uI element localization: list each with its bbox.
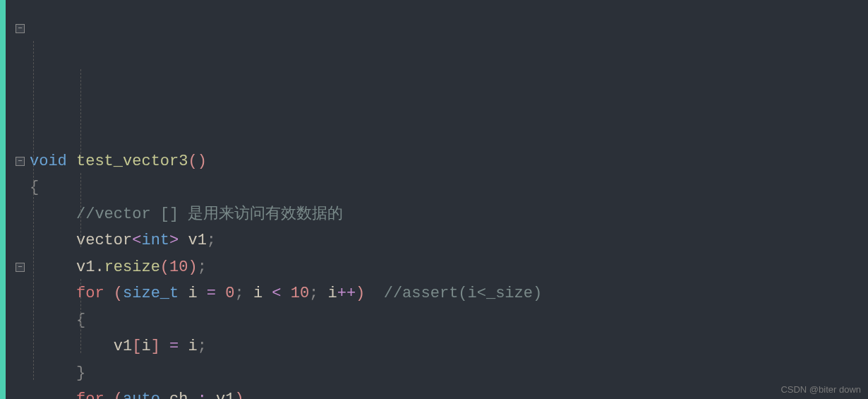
operator-assign: = bbox=[169, 338, 179, 355]
number-literal: 0 bbox=[216, 285, 234, 302]
semicolon: ; bbox=[234, 285, 253, 302]
angle-bracket: > bbox=[169, 232, 179, 249]
variable-i: i bbox=[253, 285, 272, 302]
variable-v1: v1 bbox=[76, 258, 95, 276]
type-vector: vector bbox=[76, 232, 132, 249]
variable-i: i bbox=[179, 338, 197, 355]
semicolon: ; bbox=[207, 232, 216, 249]
semicolon: ; bbox=[198, 258, 207, 276]
fold-toggle-icon[interactable]: − bbox=[16, 157, 25, 166]
type-sizet: size_t bbox=[123, 285, 179, 302]
paren-open: ( bbox=[160, 258, 169, 276]
paren-close: ) bbox=[188, 258, 197, 276]
method-resize: resize bbox=[104, 258, 160, 276]
variable-v1: v1 bbox=[114, 338, 132, 355]
number-literal: 10 bbox=[281, 285, 309, 302]
angle-bracket: < bbox=[132, 232, 141, 249]
operator-assign: = bbox=[207, 285, 216, 302]
fold-toggle-icon[interactable]: − bbox=[16, 24, 25, 33]
operator-lt: < bbox=[272, 285, 281, 302]
keyword-void: void bbox=[30, 153, 67, 170]
operator-inc: ++ bbox=[337, 285, 356, 302]
brace-close: } bbox=[76, 364, 85, 382]
fold-gutter: − − − bbox=[6, 0, 27, 399]
bracket-open: [ bbox=[132, 338, 141, 355]
function-name: test_vector3 bbox=[76, 153, 188, 170]
comment: //vector [] 是用来访问有效数据的 bbox=[76, 206, 343, 223]
change-marker-bar bbox=[0, 0, 6, 399]
bracket-close: ] bbox=[151, 338, 169, 355]
paren-open: ( bbox=[104, 285, 123, 302]
keyword-for: for bbox=[76, 391, 104, 399]
code-editor: − − − void test_vector3() { //vector [] … bbox=[0, 0, 868, 399]
variable-v1: v1 bbox=[207, 391, 235, 399]
watermark-text: CSDN @biter down bbox=[780, 384, 861, 395]
keyword-int: int bbox=[141, 232, 169, 249]
fold-toggle-icon[interactable]: − bbox=[16, 263, 25, 272]
operator-colon: : bbox=[198, 391, 207, 399]
semicolon: ; bbox=[309, 285, 327, 302]
keyword-auto: auto bbox=[123, 391, 160, 399]
code-content[interactable]: void test_vector3() { //vector [] 是用来访问有… bbox=[27, 0, 868, 399]
number-literal: 10 bbox=[169, 258, 188, 276]
parens: () bbox=[188, 153, 206, 170]
variable-i: i bbox=[141, 338, 150, 355]
variable-ch: ch bbox=[160, 391, 198, 399]
variable-i: i bbox=[179, 285, 207, 302]
comment: //assert(i<_size) bbox=[365, 285, 542, 302]
variable-v1: v1 bbox=[179, 232, 207, 249]
brace-open: { bbox=[30, 179, 39, 196]
paren-close: ) bbox=[356, 285, 365, 302]
dot: . bbox=[95, 258, 104, 276]
paren-open: ( bbox=[104, 391, 123, 399]
semicolon: ; bbox=[198, 338, 207, 355]
paren-close: ) bbox=[234, 391, 243, 399]
variable-i: i bbox=[328, 285, 337, 302]
